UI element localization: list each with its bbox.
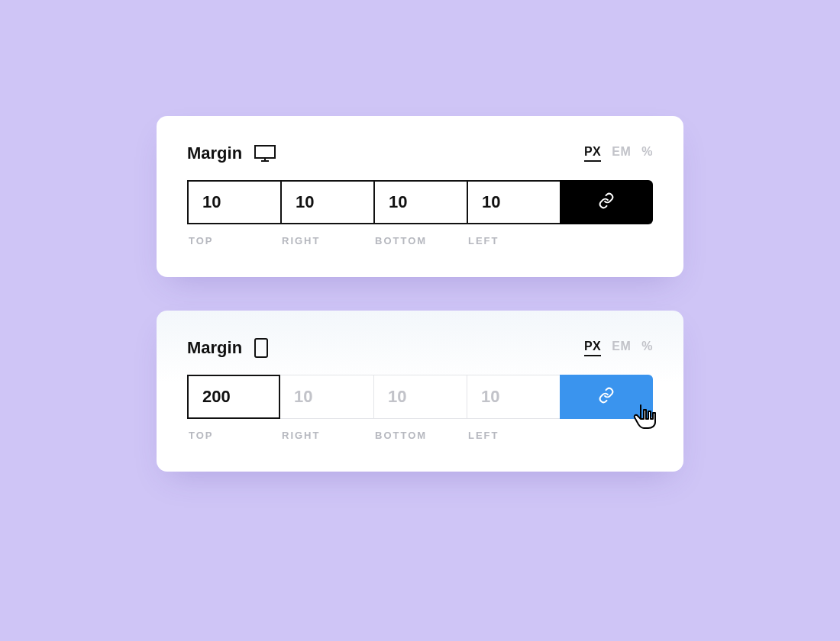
unit-em[interactable]: EM	[612, 340, 631, 353]
unit-percent[interactable]: %	[641, 145, 653, 159]
mobile-icon	[254, 338, 268, 358]
panel-header: Margin PX EM %	[187, 338, 653, 358]
label-right: RIGHT	[280, 430, 373, 441]
margin-labels: TOP RIGHT BOTTOM LEFT	[187, 430, 653, 441]
margin-bottom-input[interactable]: 10	[373, 180, 467, 224]
margin-top-input[interactable]: 200	[187, 375, 280, 419]
svg-rect-3	[255, 339, 267, 357]
link-icon	[598, 192, 615, 212]
margin-labels: TOP RIGHT BOTTOM LEFT	[187, 235, 653, 246]
panel-title-group: Margin	[187, 143, 276, 163]
margin-left-input[interactable]: 10	[467, 375, 560, 419]
unit-px[interactable]: PX	[584, 340, 601, 356]
margin-left-input[interactable]: 10	[467, 180, 560, 224]
margin-panel-mobile: Margin PX EM % 200 10 10 10	[157, 311, 683, 472]
margin-bottom-input[interactable]: 10	[373, 375, 467, 419]
panel-title: Margin	[187, 338, 242, 358]
margin-top-input[interactable]: 10	[187, 180, 280, 224]
label-left: LEFT	[467, 430, 560, 441]
unit-selector: PX EM %	[584, 145, 653, 162]
desktop-icon	[254, 145, 276, 162]
margin-panel-desktop: Margin PX EM % 10 10 10 10	[157, 116, 683, 277]
unit-px[interactable]: PX	[584, 145, 601, 162]
link-values-button[interactable]	[560, 375, 653, 419]
label-right: RIGHT	[280, 235, 373, 246]
label-top: TOP	[187, 235, 280, 246]
label-left: LEFT	[467, 235, 560, 246]
panel-header: Margin PX EM %	[187, 143, 653, 163]
label-bottom: BOTTOM	[373, 235, 467, 246]
panel-title-group: Margin	[187, 338, 268, 358]
margin-inputs: 10 10 10 10	[187, 180, 653, 224]
label-top: TOP	[187, 430, 280, 441]
margin-inputs: 200 10 10 10	[187, 375, 653, 419]
panel-title: Margin	[187, 143, 242, 163]
margin-right-input[interactable]: 10	[280, 180, 373, 224]
link-icon	[598, 387, 615, 407]
svg-rect-0	[255, 146, 275, 158]
unit-em[interactable]: EM	[612, 145, 631, 159]
label-bottom: BOTTOM	[373, 430, 467, 441]
link-values-button[interactable]	[560, 180, 653, 224]
unit-percent[interactable]: %	[641, 340, 653, 353]
unit-selector: PX EM %	[584, 340, 653, 356]
margin-right-input[interactable]: 10	[280, 375, 373, 419]
